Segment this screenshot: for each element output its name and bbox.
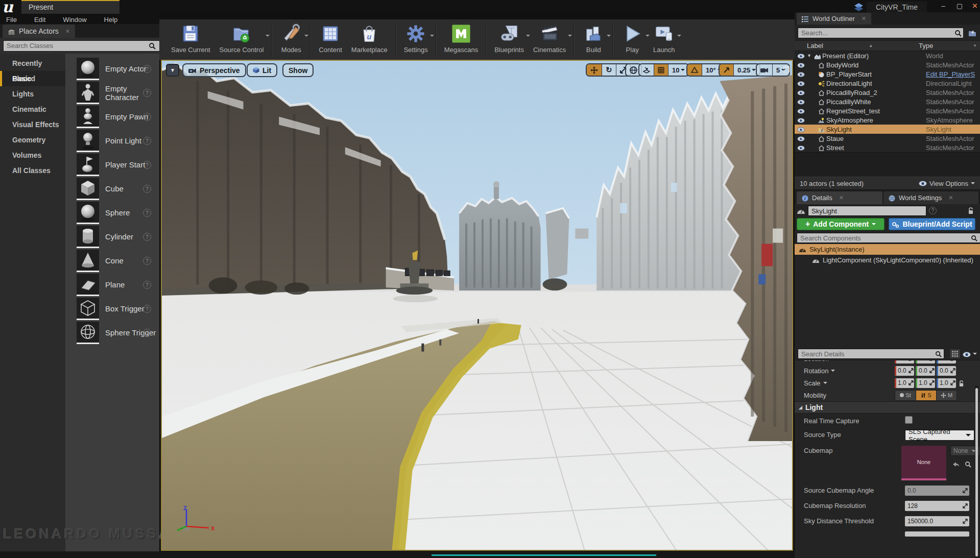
outliner-search-input[interactable]: Search... [798,28,964,38]
place-actor-cube[interactable]: Cube? [65,177,159,201]
restore-button[interactable]: ▢ [954,2,965,11]
property-matrix-button[interactable] [949,349,961,359]
minimize-button[interactable]: – [938,2,949,11]
search-components-input[interactable]: Search Components [797,233,980,243]
visibility-eye-icon[interactable] [795,107,807,115]
outliner-row-directionallight[interactable]: DirectionalLightDirectionalLight [795,79,980,88]
menu-edit[interactable]: Edit [32,15,47,25]
cubemap-resolution-input[interactable]: 128 [905,501,969,511]
toolbar-save-current-button[interactable]: Save Current [166,21,215,55]
move-tool-button[interactable] [587,64,602,76]
edit-blueprint-link[interactable]: Edit BP_PlayerS [926,70,980,78]
menu-window[interactable]: Window [61,15,88,25]
outliner-row-regnetstreet-test[interactable]: RegnetStreet_testStaticMeshActor [795,106,980,115]
visibility-eye-icon[interactable] [795,61,807,69]
category-visual-effects[interactable]: Visual Effects [0,117,65,132]
outliner-column-headers[interactable]: Label ▲ Type ▼ [795,40,980,51]
place-actor-point-light[interactable]: Point Light? [65,129,159,153]
view-options-button[interactable]: View Options [919,180,975,187]
place-actor-cone[interactable]: Cone? [65,249,159,273]
category-geometry[interactable]: Geometry [0,132,65,148]
visibility-eye-icon[interactable] [795,52,807,60]
tab-place-actors[interactable]: Place Actors ✕ [3,25,75,38]
angle-snap-toggle[interactable] [687,64,702,76]
location-z-input[interactable]: 700.0 [937,360,956,363]
toolbar-marketplace-button[interactable]: uMarketplace [347,21,392,55]
maximize-viewport-button[interactable]: ❐ [781,65,792,76]
location-x-input[interactable]: 0.0 [895,360,914,363]
chevron-down-icon[interactable] [568,35,572,39]
mobility-stationary-button[interactable]: S [916,391,936,400]
toolbar-launch-button[interactable]: Launch [648,21,680,55]
display-filter-eye-icon[interactable] [963,350,971,358]
toolbar-blueprints-button[interactable]: Blueprints [490,21,529,55]
column-label[interactable]: Label [795,42,869,50]
viewport-options-dropdown[interactable]: ▼ [166,64,179,77]
visibility-eye-icon[interactable] [795,126,807,133]
close-tab-icon[interactable]: ✕ [839,195,844,201]
menu-file[interactable]: File [4,15,19,25]
toolbar-play-button[interactable]: Play [616,21,648,55]
place-actor-player-start[interactable]: Player Start? [65,153,159,177]
lock-icon[interactable] [959,379,964,386]
grid-snap-toggle[interactable] [654,64,668,76]
place-actor-empty-pawn[interactable]: Empty Pawn? [65,105,159,129]
tab-details[interactable]: i Details ✕ [797,191,882,204]
chevron-down-icon[interactable] [831,370,835,374]
scale-snap-toggle[interactable] [720,64,733,76]
rotation-y-input[interactable]: 0.0 [916,366,935,376]
outliner-row-present-editor[interactable]: ▼Present (Editor)World [795,51,980,60]
category-volumes[interactable]: Volumes [0,148,65,163]
search-details-input[interactable]: Search Details [798,349,944,359]
viewport[interactable]: ▼ Perspective Lit Show ↻ [161,60,793,551]
category-cinematic[interactable]: Cinematic [0,102,65,117]
outliner-row-street[interactable]: StreetStaticMeshActor [795,143,980,152]
component-lightcomponent-skylightcomponent0-inherited[interactable]: LightComponent (SkyLightComponent0) (Inh… [795,255,980,265]
toolbar-modes-button[interactable]: Modes [275,21,307,55]
chevron-down-icon[interactable] [304,35,308,39]
menu-help[interactable]: Help [102,15,120,25]
scale-x-input[interactable]: 1.0 [895,378,914,388]
view-mode-button[interactable]: Lit [247,63,277,77]
grid-snap-value[interactable]: 10 [668,64,688,76]
visibility-eye-icon[interactable] [795,89,807,96]
chevron-down-icon[interactable] [823,382,827,386]
place-actor-cylinder[interactable]: Cylinder? [65,225,159,249]
toolbar-build-button[interactable]: Build [578,21,609,55]
toolbar-source-control-button[interactable]: Source Control [215,21,269,55]
close-tab-icon[interactable]: ✕ [65,28,70,35]
place-actor-sphere[interactable]: Sphere? [65,201,159,225]
category-all-classes[interactable]: All Classes [0,163,65,178]
mobility-static-button[interactable]: St [895,391,916,400]
level-tab[interactable]: Present [21,0,119,14]
place-actor-empty-character[interactable]: Empty Character? [65,81,159,105]
help-icon[interactable]: ? [929,207,937,214]
scale-y-input[interactable]: 1.0 [916,378,935,388]
close-button[interactable]: ✕ [969,2,980,11]
column-type[interactable]: Type [919,42,973,50]
outliner-row-bp-playerstart[interactable]: BP_PlayerStartEdit BP_PlayerS [795,69,980,79]
lock-icon[interactable] [968,207,974,215]
place-actor-box-trigger[interactable]: Box Trigger? [65,297,159,321]
sky-distance-threshold-input[interactable]: 150000.0 [905,516,969,526]
place-actor-plane[interactable]: Plane? [65,273,159,297]
rotation-x-input[interactable]: 0.0 [895,366,914,376]
toolbar-megascans-button[interactable]: Megascans [440,21,483,55]
tab-world-outliner[interactable]: World Outliner ✕ [797,13,871,25]
chevron-down-icon[interactable] [677,35,681,39]
location-y-input[interactable]: 0.0 [916,360,935,363]
outliner-row-bodyworld[interactable]: BodyWorldStaticMeshActor [795,60,980,69]
details-scrollbar[interactable] [975,386,978,558]
toolbar-cinematics-button[interactable]: Cinematics [529,21,570,55]
outliner-row-skyatmosphere[interactable]: SkyAtmosphereSkyAtmosphere [795,115,980,125]
show-flags-button[interactable]: Show [282,63,314,77]
cubemap-thumbnail[interactable]: None [901,446,946,480]
visibility-eye-icon[interactable] [795,98,807,106]
category-lights[interactable]: Lights [0,86,65,102]
outliner-row-staue[interactable]: StaueStaticMeshActor [795,134,980,143]
outliner-row-piccadillywhite[interactable]: PiccadillyWhiteStaticMeshActor [795,97,980,106]
close-tab-icon[interactable]: ✕ [862,15,866,22]
rotate-tool-button[interactable]: ↻ [602,64,616,76]
place-actor-empty-actor[interactable]: Empty Actor? [65,57,159,81]
expander-icon[interactable]: ▼ [807,53,812,58]
